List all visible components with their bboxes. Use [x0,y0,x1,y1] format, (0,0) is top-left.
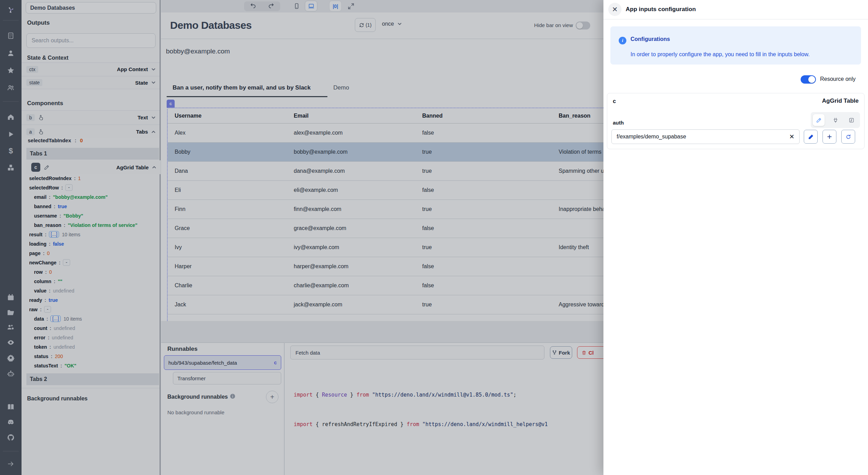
table-row[interactable]: Jack jack@example.com true Aggressive to… [168,295,603,314]
clear-input-icon[interactable]: ✕ [789,133,794,141]
desktop-preview-button[interactable] [305,1,317,11]
table-row[interactable]: Ivy ivy@example.com true Identity theft [168,238,603,257]
runnable-transformer[interactable]: Transformer [173,372,281,384]
output-property-row[interactable]: loading : false [26,239,158,248]
users-gear-icon[interactable] [6,323,15,332]
output-property-row[interactable]: selectedRow : - [26,183,158,192]
chevron-up-icon[interactable] [151,129,156,135]
folder-icon[interactable] [6,308,15,317]
schedule-dropdown[interactable]: once [382,21,402,27]
output-property-row[interactable]: row : 0 [26,267,158,277]
text-component-b[interactable]: bobby@example.com [166,48,230,55]
runnable-name-input[interactable]: Fetch data [290,346,544,359]
add-resource-button[interactable]: + [823,130,836,144]
col-ban-reason[interactable]: Ban_reason [552,113,603,119]
edit-resource-button[interactable] [804,130,818,144]
expand-icon[interactable] [347,2,355,10]
chevron-down-icon[interactable] [151,67,156,72]
output-property-row[interactable]: newChange : - [26,258,158,267]
table-row[interactable]: Grace grace@example.com false [168,219,603,238]
dollar-icon[interactable]: $ [6,146,15,155]
redo-icon[interactable] [268,2,274,10]
output-property-row[interactable]: page : 0 [26,248,158,258]
table-row[interactable]: Dana dana@example.com true Spamming othe… [168,162,603,181]
user-group-icon[interactable] [6,83,15,92]
component-row-c[interactable]: c AgGrid Table [26,160,160,174]
refresh-resource-button[interactable] [841,130,855,144]
output-property-row[interactable]: status : 200 [26,351,158,361]
center-canvas-button[interactable]: |0| [329,1,342,11]
output-property-row[interactable]: result : [...] 10 items [26,230,158,239]
output-property-row[interactable]: selectedRowIndex : 1 [26,173,158,183]
resource-only-toggle[interactable] [801,75,816,84]
output-property-row[interactable]: username : "Bobby" [26,211,158,220]
discord-icon[interactable] [6,418,15,427]
selected-component-badge[interactable]: c [167,100,175,108]
output-property-row[interactable]: raw : - [26,305,158,314]
robot-icon[interactable] [6,369,15,378]
chevron-down-icon[interactable] [151,80,156,85]
output-property-row[interactable]: count : undefined [26,323,158,333]
table-row[interactable]: Alex alex@example.com false [168,124,603,143]
tab-demo[interactable]: Demo [333,84,349,91]
clear-button[interactable]: Cl [577,346,603,359]
eye-icon[interactable] [6,338,15,347]
col-banned[interactable]: Banned [415,113,552,119]
tab-ban-a-user[interactable]: Ban a user, notify them by email, and us… [173,84,311,91]
output-property-row[interactable]: value : undefined [26,286,158,295]
refresh-button[interactable]: (1) [355,18,376,32]
component-row-a[interactable]: a Tabs [22,125,160,138]
output-property-row[interactable]: statusText : "OK" [26,361,158,370]
close-drawer-button[interactable]: ✕ [608,3,621,16]
user-icon[interactable] [6,49,15,58]
output-property-row[interactable]: email : "bobby@example.com" [26,192,158,202]
undo-icon[interactable] [250,2,256,10]
output-property-row[interactable]: column : "" [26,277,158,286]
chevron-up-icon[interactable] [151,164,157,170]
chevron-down-icon[interactable] [151,115,156,120]
windmill-logo[interactable] [6,6,15,15]
output-property-row[interactable]: ready : true [26,295,158,305]
output-property-row[interactable]: data : [...] 10 items [26,314,158,323]
arrow-right-icon[interactable] [6,459,15,468]
tabs1-section-header[interactable]: Tabs 1 [26,148,159,160]
add-background-runnable-button[interactable]: + [266,391,278,403]
gear-icon[interactable] [6,353,15,362]
table-row[interactable]: Eli eli@example.com false [168,181,603,200]
col-username[interactable]: Username [168,113,287,119]
component-row-b[interactable]: b Text [22,110,160,124]
table-row[interactable]: Finn finn@example.com true Inappropriate… [168,200,603,219]
output-row-ctx[interactable]: ctx App Context [22,62,160,76]
output-property-row[interactable]: error : undefined [26,333,158,342]
cubes-icon[interactable] [6,163,15,172]
code-editor[interactable]: import { Resource } from "https://deno.l… [294,362,603,475]
static-mode-button[interactable] [813,114,825,126]
fork-button[interactable]: Fork [550,346,572,359]
output-property-row[interactable]: ban_reason : "Violation of terms of serv… [26,220,158,230]
github-icon[interactable] [6,433,15,442]
output-property-row[interactable]: banned : true [26,202,158,211]
hide-bar-toggle[interactable] [576,22,590,29]
table-row[interactable]: Bobby bobby@example.com true Violation o… [168,143,603,162]
mobile-preview-button[interactable] [290,1,303,11]
calendar-icon[interactable] [6,293,15,302]
eval-mode-button[interactable] [845,114,857,126]
col-email[interactable]: Email [287,113,415,119]
table-row[interactable]: Harper harper@example.com false [168,257,603,276]
tabs2-section-header[interactable]: Tabs 2 [26,373,159,385]
resource-path-input[interactable]: f/examples/demo_supabase ✕ [611,129,800,144]
aggrid-table-component[interactable]: Username Email Banned Ban_reason Alex al… [167,108,603,321]
apps-grid-icon[interactable] [6,31,15,40]
output-property-row[interactable]: token : undefined [26,342,158,351]
book-icon[interactable] [6,402,15,412]
star-icon[interactable] [6,66,15,75]
connect-mode-button[interactable] [829,114,841,126]
runnable-fetch-data[interactable]: hub/943/supabase/fetch_data c [164,355,281,370]
home-icon[interactable] [6,112,15,121]
search-outputs-input[interactable]: Search outputs... [26,33,156,48]
pencil-icon[interactable] [44,164,50,170]
app-name-input[interactable]: Demo Databases [26,2,156,14]
output-row-state[interactable]: state State [22,76,160,89]
table-row[interactable]: Charlie charlie@example.com false [168,276,603,295]
app-canvas[interactable]: bobby@example.com Ban a user, notify the… [161,39,603,321]
